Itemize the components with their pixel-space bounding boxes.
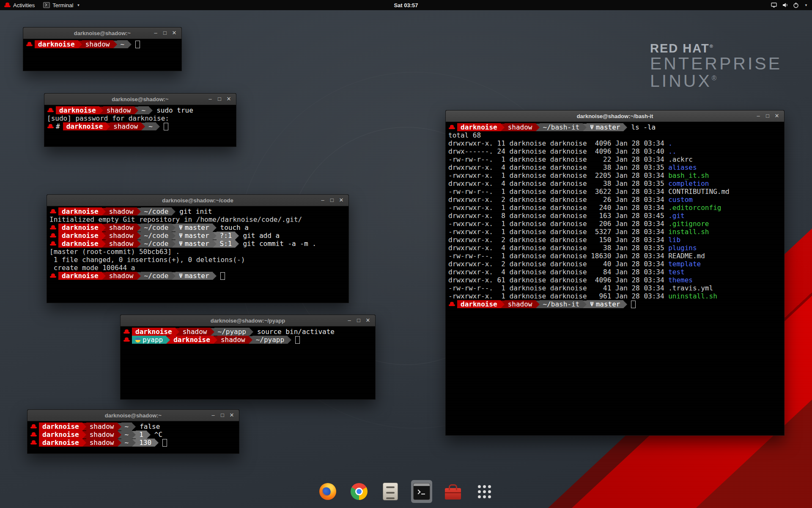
dock	[317, 480, 495, 503]
system-status-area[interactable]: ▼	[766, 0, 812, 10]
command-text: false	[140, 422, 160, 431]
close-button[interactable]: ✕	[170, 28, 178, 39]
prompt-segment-path: ~	[117, 40, 128, 48]
close-button[interactable]: ✕	[773, 110, 781, 121]
terminal-content[interactable]: darknoiseshadow~/pyappsource bin/activat…	[121, 326, 375, 345]
window-titlebar[interactable]: darknoise@shadow:~ –□✕	[23, 28, 181, 39]
dock-item-toolbox[interactable]	[442, 480, 464, 503]
window-titlebar[interactable]: darknoise@shadow:~/pyapp –□✕	[121, 315, 375, 326]
window-titlebar[interactable]: darknoise@shadow:~/bash-it –□✕	[446, 110, 784, 122]
app-menu-terminal[interactable]: Terminal ▼	[39, 0, 84, 10]
terminal-content[interactable]: darknoiseshadow~	[23, 39, 181, 50]
command-text: git add a	[243, 232, 280, 240]
powerline-separator	[536, 124, 540, 131]
close-button[interactable]: ✕	[228, 410, 236, 421]
file-name: .ackrc	[668, 155, 693, 163]
activities-button[interactable]: Activities	[0, 0, 39, 10]
powerline-separator	[155, 439, 159, 447]
command-text: ls -la	[631, 123, 656, 131]
file-name: .	[668, 139, 672, 147]
file-name: completion	[668, 179, 709, 188]
minimize-button[interactable]: –	[319, 195, 326, 206]
terminal-line: [master (root-commit) 50bcb63] .	[49, 248, 346, 256]
window-titlebar[interactable]: darknoise@shadow:~/code –□✕	[47, 195, 348, 206]
maximize-button[interactable]: □	[764, 110, 771, 121]
powerline-separator	[102, 208, 106, 215]
prompt-segment-host: shadow	[103, 106, 134, 114]
prompt-segment-user: darknoise	[39, 431, 82, 439]
powerline-separator	[172, 240, 176, 248]
redhat-prompt-icon	[30, 424, 37, 429]
redhat-brand: RED HAT® ENTERPRISE LINUX®	[650, 42, 782, 90]
terminal-window: darknoise@shadow:~ –□✕ darknoiseshadow~s…	[44, 93, 236, 147]
powerline-separator	[102, 272, 106, 280]
dock-item-terminal[interactable]	[411, 480, 432, 503]
prompt-segment-git: Ψmaster	[176, 272, 212, 280]
dock-item-show-applications[interactable]	[474, 480, 495, 503]
terminal-cursor	[220, 272, 225, 280]
prompt-segment-user: darknoise	[457, 300, 501, 308]
powerline-separator	[102, 232, 106, 240]
redhat-prompt-icon	[50, 241, 56, 246]
close-button[interactable]: ✕	[337, 195, 345, 206]
powerline-separator	[623, 301, 627, 308]
file-name: uninstall.sh	[668, 292, 717, 300]
redhat-prompt-icon	[123, 329, 130, 334]
window-titlebar[interactable]: darknoise@shadow:~ –□✕	[27, 410, 239, 421]
minimize-button[interactable]: –	[152, 28, 159, 39]
prompt-segment-path: ~/code	[141, 232, 172, 240]
terminal-cursor	[164, 123, 168, 130]
window-title: darknoise@shadow:~/pyapp	[121, 318, 375, 324]
terminal-line: drwxrwxr-x. 8 darknoise darknoise 163 Ja…	[448, 212, 782, 220]
powerline-separator	[137, 208, 141, 215]
terminal-content[interactable]: darknoiseshadow~sudo true[sudo] password…	[44, 105, 236, 132]
minimize-button[interactable]: –	[209, 410, 217, 421]
minimize-button[interactable]: –	[754, 110, 762, 121]
window-titlebar[interactable]: darknoise@shadow:~ –□✕	[44, 94, 236, 105]
file-name: CONTRIBUTING.md	[668, 188, 730, 196]
prompt-segment-user: darknoise	[58, 240, 102, 248]
terminal-window: darknoise@shadow:~/pyapp –□✕ darknoisesh…	[120, 315, 376, 400]
terminal-content[interactable]: darknoiseshadow~falsedarknoiseshadow~1^C…	[27, 421, 239, 448]
dock-item-firefox[interactable]	[317, 480, 338, 503]
redhat-prompt-icon	[449, 124, 455, 130]
maximize-button[interactable]: □	[355, 315, 362, 326]
terminal-line: #darknoiseshadow~	[47, 122, 233, 130]
file-name: install.sh	[668, 228, 709, 236]
powerline-separator	[501, 124, 505, 131]
maximize-button[interactable]: □	[328, 195, 336, 206]
clock[interactable]: Sat 03:57	[394, 2, 418, 8]
maximize-button[interactable]: □	[161, 28, 169, 39]
maximize-button[interactable]: □	[219, 410, 226, 421]
powerline-separator	[249, 336, 252, 344]
terminal-cursor	[295, 336, 300, 344]
terminal-content[interactable]: darknoiseshadow~/codegit initInitialized…	[47, 206, 348, 281]
brand-enterprise: ENTERPRISE	[650, 55, 782, 73]
terminal-content[interactable]: darknoiseshadow~/bash-itΨmasterls -latot…	[446, 122, 784, 309]
redhat-prompt-icon	[50, 209, 56, 214]
prompt-segment-user: darknoise	[63, 122, 107, 130]
terminal-line: darknoiseshadow~/codeΨmaster?:1git add a	[49, 232, 346, 240]
terminal-line: -rw-rw-r--. 1 darknoise darknoise 3622 J…	[448, 188, 782, 196]
dock-item-files[interactable]	[380, 480, 401, 503]
prompt-segment-path: ~/code	[141, 272, 172, 280]
terminal-line: -rwxrwxr-x. 1 darknoise darknoise 961 Ja…	[448, 292, 782, 300]
powerline-separator	[214, 336, 217, 344]
powerline-separator	[132, 439, 136, 447]
dock-item-chrome[interactable]	[348, 480, 370, 503]
terminal-line: drwxrwxr-x. 2 darknoise darknoise 40 Jan…	[448, 260, 782, 268]
close-button[interactable]: ✕	[364, 315, 372, 326]
terminal-cursor	[631, 301, 636, 308]
terminal-line: Initialized empty Git repository in /hom…	[49, 215, 346, 224]
maximize-button[interactable]: □	[216, 94, 223, 105]
minimize-button[interactable]: –	[346, 315, 353, 326]
close-button[interactable]: ✕	[225, 94, 233, 105]
terminal-line: darknoiseshadow~sudo true	[47, 106, 233, 114]
display-icon	[771, 2, 777, 8]
terminal-line: darknoiseshadow~/pyappsource bin/activat…	[123, 328, 373, 336]
prompt-segment-host: shadow	[505, 123, 536, 131]
file-name: aliases	[668, 163, 697, 171]
desktop: RED HAT® ENTERPRISE LINUX® darknoise@sha…	[0, 0, 812, 508]
minimize-button[interactable]: –	[206, 94, 214, 105]
file-name: custom	[668, 196, 693, 204]
